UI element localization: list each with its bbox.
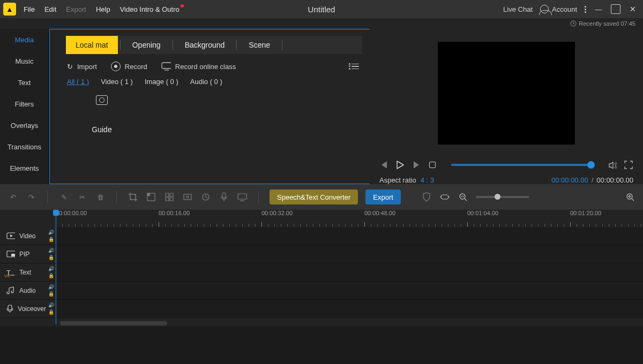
track-label: Audio — [19, 287, 36, 294]
category-sidebar: Media Music Text Filters Overlays Transi… — [0, 29, 49, 184]
next-frame-button[interactable] — [412, 160, 421, 170]
lock-icon[interactable]: 🔒 — [48, 292, 54, 297]
save-status-text: Recently saved 07:45 — [579, 20, 635, 27]
filter-audio[interactable]: Audio ( 0 ) — [190, 78, 222, 86]
scrollbar-thumb[interactable] — [60, 321, 167, 325]
track-label: Video — [19, 232, 35, 240]
maximize-button[interactable] — [611, 4, 620, 14]
ruler-label: 00:00:32.00 — [261, 210, 293, 216]
account-button[interactable]: Account — [540, 5, 577, 13]
vip-badge: VIP — [4, 274, 11, 278]
mute-icon[interactable]: 🔊 — [48, 267, 54, 271]
zoom-handle[interactable] — [495, 194, 500, 200]
mute-icon[interactable]: 🔊 — [48, 303, 54, 308]
seek-handle[interactable] — [587, 161, 595, 169]
filter-image[interactable]: Image ( 0 ) — [145, 78, 178, 86]
menu-edit[interactable]: Edit — [44, 5, 56, 13]
filter-video[interactable]: Video ( 1 ) — [101, 78, 133, 86]
time-ruler[interactable]: 00:00:00.0000:00:16.0000:00:32.0000:00:4… — [56, 210, 643, 227]
close-button[interactable] — [628, 4, 638, 14]
track-header: PIP — [0, 245, 46, 263]
track-lane[interactable] — [56, 227, 643, 245]
play-button[interactable] — [395, 160, 405, 170]
pencil-icon[interactable]: ✎ — [58, 192, 69, 202]
aspect-ratio-label: Aspect ratio — [379, 176, 416, 184]
zoom-out-icon[interactable] — [458, 192, 468, 202]
import-button[interactable]: ↻ Import — [67, 63, 97, 71]
svg-rect-11 — [441, 195, 448, 199]
thumbnail-label: Guide — [92, 125, 111, 134]
sidebar-item-overlays[interactable]: Overlays — [0, 115, 49, 136]
filter-all[interactable]: All ( 1 ) — [67, 78, 89, 86]
lock-icon[interactable]: 🔒 — [48, 310, 54, 315]
view-toggle-icon[interactable] — [352, 64, 362, 70]
zoom-in-icon[interactable] — [625, 192, 635, 202]
sidebar-item-filters[interactable]: Filters — [0, 93, 49, 115]
sidebar-item-media[interactable]: Media — [0, 29, 49, 50]
shield-icon[interactable] — [421, 192, 432, 202]
freeze-frame-icon[interactable] — [182, 192, 193, 202]
sidebar-item-transitions[interactable]: Transitions — [0, 136, 49, 157]
tab-background[interactable]: Background — [175, 36, 235, 54]
fit-icon[interactable] — [439, 192, 450, 202]
track-pip: PIP🔊🔒 — [0, 245, 643, 263]
notification-dot-icon — [181, 4, 184, 7]
prev-frame-button[interactable] — [379, 160, 389, 170]
track-controls: 🔊🔒 — [46, 245, 56, 263]
track-type-icon — [6, 287, 15, 294]
scissors-icon[interactable]: ✂ — [77, 192, 87, 202]
tab-local-mat[interactable]: Local mat — [66, 36, 118, 54]
ruler-label: 00:00:48.00 — [364, 210, 395, 216]
trash-icon[interactable]: 🗑 — [95, 192, 106, 202]
timeline-toolbar: ↶ ↷ ✎ ✂ 🗑 Speech&Text Converter Export — [0, 184, 643, 210]
redo-icon[interactable]: ↷ — [26, 192, 36, 202]
speech-text-converter-button[interactable]: Speech&Text Converter — [270, 189, 358, 204]
mute-icon[interactable]: 🔊 — [48, 285, 54, 290]
track-lane[interactable] — [56, 282, 643, 299]
screen-record-icon[interactable] — [237, 192, 248, 202]
mosaic-icon[interactable] — [146, 192, 156, 202]
media-thumbnail-guide[interactable]: Guide — [67, 95, 137, 134]
volume-icon[interactable] — [608, 160, 617, 170]
grid-icon[interactable] — [164, 192, 175, 202]
crop-icon[interactable] — [128, 192, 138, 202]
export-button[interactable]: Export — [365, 189, 401, 204]
tab-opening[interactable]: Opening — [123, 36, 170, 54]
preview-canvas — [438, 42, 575, 145]
library-tabs: Local mat Opening Background Scene — [66, 36, 362, 54]
ruler-label: 00:01:20.00 — [570, 210, 601, 216]
stop-button[interactable] — [428, 160, 437, 170]
track-lane[interactable] — [56, 245, 643, 263]
tab-scene[interactable]: Scene — [239, 36, 280, 54]
horizontal-scrollbar[interactable] — [60, 321, 643, 327]
live-chat-link[interactable]: Live Chat — [503, 5, 533, 13]
import-icon: ↻ — [67, 63, 73, 71]
undo-icon[interactable]: ↶ — [8, 192, 18, 202]
voiceover-icon[interactable] — [219, 192, 229, 202]
more-menu-icon[interactable] — [585, 6, 586, 13]
lock-icon[interactable]: 🔒 — [48, 237, 54, 242]
minimize-button[interactable]: — — [594, 4, 603, 14]
seek-slider[interactable] — [451, 164, 594, 166]
menu-intro-outro[interactable]: Video Intro & Outro — [120, 5, 180, 13]
lock-icon[interactable]: 🔒 — [48, 255, 54, 260]
duration-icon[interactable] — [200, 192, 211, 202]
zoom-slider[interactable] — [476, 196, 529, 198]
mute-icon[interactable]: 🔊 — [48, 248, 54, 253]
menu-file[interactable]: File — [24, 5, 35, 13]
sidebar-item-text[interactable]: Text — [0, 72, 49, 93]
ruler-label: 00:01:04.00 — [467, 210, 498, 216]
lock-icon[interactable]: 🔒 — [48, 274, 54, 278]
menu-help[interactable]: Help — [96, 5, 110, 13]
track-lane[interactable] — [56, 263, 643, 281]
track-lane[interactable] — [56, 300, 643, 317]
fullscreen-icon[interactable] — [624, 160, 633, 170]
record-button[interactable]: Record — [111, 62, 147, 71]
track-audio: Audio🔊🔒 — [0, 282, 643, 300]
record-online-button[interactable]: Record online class — [161, 62, 236, 71]
mute-icon[interactable]: 🔊 — [48, 230, 54, 235]
aspect-ratio-value[interactable]: 4 : 3 — [421, 176, 434, 184]
sidebar-item-elements[interactable]: Elements — [0, 157, 49, 179]
sidebar-item-music[interactable]: Music — [0, 50, 49, 72]
document-title: Untitled — [308, 5, 335, 14]
